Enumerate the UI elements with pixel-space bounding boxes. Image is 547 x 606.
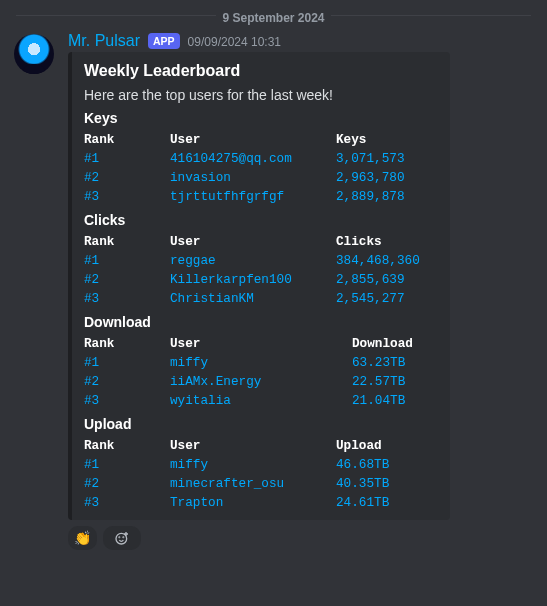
col-value: Keys [336,130,436,149]
cell-rank: #1 [84,353,170,372]
message-header: Mr. Pulsar APP 09/09/2024 10:31 [68,32,450,50]
author-name[interactable]: Mr. Pulsar [68,32,140,50]
cell-value: 384,468,360 [336,251,436,270]
cell-value: 40.35TB [336,474,436,493]
col-rank: Rank [84,232,170,251]
message: Mr. Pulsar APP 09/09/2024 10:31 Weekly L… [0,24,547,550]
cell-user[interactable]: 416104275@qq.com [170,149,336,168]
message-timestamp: 09/09/2024 10:31 [188,35,281,49]
col-user: User [170,436,336,455]
section-title-upload: Upload [84,416,436,432]
cell-user[interactable]: reggae [170,251,336,270]
cell-user[interactable]: minecrafter_osu [170,474,336,493]
svg-point-2 [123,537,124,538]
col-value: Clicks [336,232,436,251]
col-user: User [170,130,336,149]
cell-value: 2,889,878 [336,187,436,206]
message-content: Mr. Pulsar APP 09/09/2024 10:31 Weekly L… [68,32,450,550]
col-rank: Rank [84,436,170,455]
cell-value: 3,071,573 [336,149,436,168]
table-header: Rank User Keys [84,130,436,149]
cell-user[interactable]: tjrttutfhfgrfgf [170,187,336,206]
embed: Weekly Leaderboard Here are the top user… [68,52,450,520]
table-row: #3 Trapton 24.61TB [84,493,436,512]
reactions-bar: 👏 [68,526,450,550]
cell-user[interactable]: Killerkarpfen100 [170,270,336,289]
col-user: User [170,232,336,251]
table-row: #3 ChristianKM 2,545,277 [84,289,436,308]
app-badge: APP [148,33,180,49]
embed-description: Here are the top users for the last week… [84,86,436,104]
cell-user[interactable]: invasion [170,168,336,187]
cell-rank: #3 [84,391,170,410]
table-row: #2 iiAMx.Energy 22.57TB [84,372,436,391]
cell-rank: #3 [84,289,170,308]
cell-rank: #3 [84,493,170,512]
svg-point-0 [116,533,127,544]
date-divider: 9 September 2024 [16,0,531,24]
clap-emoji-icon: 👏 [74,530,91,546]
date-divider-label: 9 September 2024 [216,11,330,25]
cell-user[interactable]: Trapton [170,493,336,512]
smile-plus-icon [114,530,130,546]
table-header: Rank User Download [84,334,436,353]
cell-rank: #1 [84,251,170,270]
table-row: #1 416104275@qq.com 3,071,573 [84,149,436,168]
cell-rank: #2 [84,168,170,187]
col-value: Upload [336,436,436,455]
cell-user[interactable]: ChristianKM [170,289,336,308]
cell-rank: #2 [84,372,170,391]
cell-value: 2,855,639 [336,270,436,289]
cell-user[interactable]: miffy [170,353,352,372]
table-header: Rank User Upload [84,436,436,455]
table-row: #3 tjrttutfhfgrfgf 2,889,878 [84,187,436,206]
cell-rank: #2 [84,270,170,289]
avatar[interactable] [14,34,54,74]
reaction-clap[interactable]: 👏 [68,526,97,550]
table-row: #2 invasion 2,963,780 [84,168,436,187]
cell-user[interactable]: miffy [170,455,336,474]
table-row: #1 reggae 384,468,360 [84,251,436,270]
cell-value: 46.68TB [336,455,436,474]
cell-value: 21.04TB [352,391,436,410]
table-download: Rank User Download #1 miffy 63.23TB #2 i… [84,334,436,410]
table-row: #1 miffy 63.23TB [84,353,436,372]
table-keys: Rank User Keys #1 416104275@qq.com 3,071… [84,130,436,206]
table-row: #2 Killerkarpfen100 2,855,639 [84,270,436,289]
table-row: #3 wyitalia 21.04TB [84,391,436,410]
cell-rank: #1 [84,455,170,474]
table-clicks: Rank User Clicks #1 reggae 384,468,360 #… [84,232,436,308]
cell-rank: #1 [84,149,170,168]
cell-value: 2,545,277 [336,289,436,308]
section-title-download: Download [84,314,436,330]
cell-user[interactable]: iiAMx.Energy [170,372,352,391]
cell-rank: #2 [84,474,170,493]
cell-user[interactable]: wyitalia [170,391,352,410]
cell-value: 2,963,780 [336,168,436,187]
table-row: #1 miffy 46.68TB [84,455,436,474]
svg-point-1 [119,537,120,538]
table-row: #2 minecrafter_osu 40.35TB [84,474,436,493]
add-reaction-button[interactable] [103,526,141,550]
col-rank: Rank [84,130,170,149]
cell-value: 24.61TB [336,493,436,512]
section-title-keys: Keys [84,110,436,126]
col-user: User [170,334,352,353]
col-value: Download [352,334,436,353]
table-upload: Rank User Upload #1 miffy 46.68TB #2 min… [84,436,436,512]
cell-value: 63.23TB [352,353,436,372]
embed-title: Weekly Leaderboard [84,62,436,80]
table-header: Rank User Clicks [84,232,436,251]
col-rank: Rank [84,334,170,353]
cell-rank: #3 [84,187,170,206]
section-title-clicks: Clicks [84,212,436,228]
cell-value: 22.57TB [352,372,436,391]
